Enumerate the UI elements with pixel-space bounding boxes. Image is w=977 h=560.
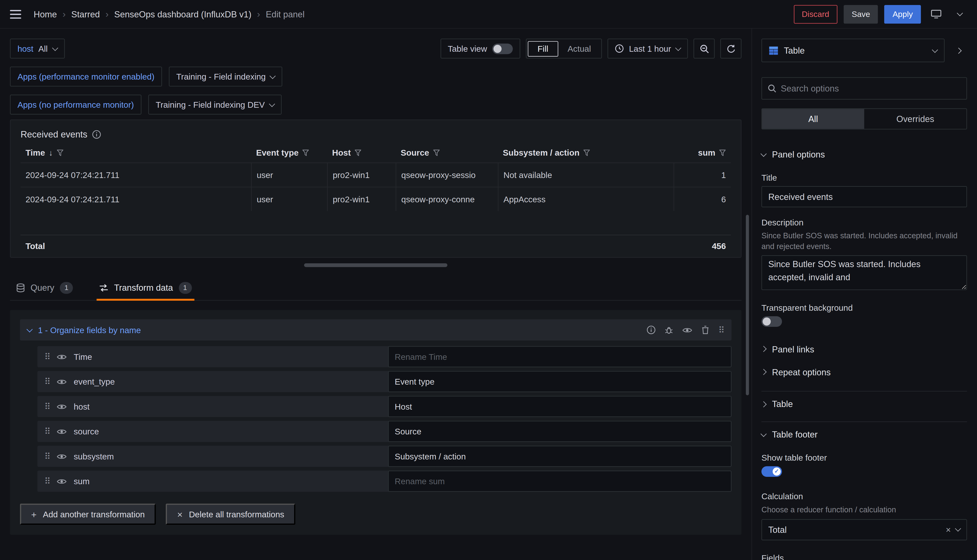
drag-handle-icon[interactable]: ⠿ (44, 352, 50, 361)
dropdown-value: Training - Field indexing DEV (156, 100, 265, 109)
breadcrumb-separator: › (105, 9, 109, 19)
visibility-eye-icon[interactable] (57, 353, 67, 360)
time-range-picker[interactable]: Last 1 hour (608, 38, 688, 58)
table-footer-header[interactable]: Table footer (761, 425, 967, 445)
delete-all-transformations-button[interactable]: × Delete all transformations (166, 503, 296, 525)
panel-title-input[interactable] (761, 186, 967, 207)
apps-no-perf-link[interactable]: Apps (no performance monitor) (10, 95, 141, 115)
drag-handle-icon[interactable]: ⠿ (44, 377, 50, 386)
options-sidebar: Table All Overrides Panel options (751, 28, 977, 560)
cell-time: 2024-09-24 07:24:21.711 (20, 163, 251, 187)
visibility-eye-icon[interactable] (57, 403, 67, 410)
vertical-scrollbar[interactable] (746, 215, 749, 395)
drag-handle-icon[interactable]: ⠿ (44, 477, 50, 486)
tab-transform-data[interactable]: Transform data 1 (97, 275, 194, 300)
clear-icon[interactable]: × (946, 525, 951, 535)
panel-description-textarea[interactable]: Since Butler SOS was started. Includes a… (761, 255, 967, 290)
trash-icon[interactable] (701, 325, 709, 334)
transparent-background-toggle[interactable] (761, 316, 782, 327)
filter-icon[interactable] (719, 149, 726, 156)
show-table-footer-toggle[interactable]: ✓ (761, 467, 782, 477)
visualization-picker[interactable]: Table (761, 38, 945, 62)
variable-host-dropdown[interactable]: host All (10, 38, 65, 58)
tab-query[interactable]: Query 1 (13, 275, 75, 300)
filter-icon[interactable] (303, 149, 309, 156)
visibility-eye-icon[interactable] (57, 428, 67, 435)
panel-received-events: Received events Time ↓ Event type (10, 120, 741, 258)
description-label: Description (761, 218, 967, 227)
rename-input[interactable] (388, 421, 731, 442)
training-field-indexing-dropdown[interactable]: Training - Field indexing (169, 67, 283, 87)
panel-options-header[interactable]: Panel options (761, 144, 967, 165)
search-options-input[interactable] (781, 83, 961, 93)
field-row-subsystem: ⠿ subsystem (37, 446, 731, 467)
visibility-eye-icon[interactable] (57, 453, 67, 460)
zoom-out-button[interactable] (693, 38, 714, 58)
column-header-subsystem[interactable]: Subsystem / action (498, 143, 674, 163)
drag-handle-icon[interactable]: ⠿ (44, 427, 50, 436)
filter-icon[interactable] (355, 149, 361, 156)
horizontal-scrollbar[interactable] (304, 263, 447, 267)
breadcrumb-dashboard[interactable]: SenseOps dashboard (InfluxDB v1) (114, 9, 251, 19)
filter-icon[interactable] (583, 149, 590, 156)
filter-icon[interactable] (57, 149, 64, 156)
discard-button[interactable]: Discard (794, 5, 837, 23)
breadcrumb-separator: › (62, 9, 65, 19)
visibility-eye-icon[interactable] (682, 327, 692, 333)
visibility-eye-icon[interactable] (57, 378, 67, 385)
training-field-indexing-dev-dropdown[interactable]: Training - Field indexing DEV (148, 95, 281, 115)
dashboard-variables: host All Apps (performance monitor enabl… (10, 38, 283, 115)
calculation-select[interactable]: Total × (761, 519, 967, 540)
column-header-host[interactable]: Host (327, 143, 395, 163)
cell-time: 2024-09-24 07:24:21.711 (20, 187, 251, 211)
column-header-sum[interactable]: sum (674, 143, 731, 163)
rename-input[interactable] (388, 346, 731, 367)
info-icon[interactable] (647, 325, 656, 334)
actual-option[interactable]: Actual (558, 42, 600, 56)
rename-input[interactable] (388, 371, 731, 392)
table-view-toggle[interactable] (492, 43, 513, 54)
drag-handle-icon[interactable]: ⠿ (718, 325, 724, 334)
add-transformation-button[interactable]: + Add another transformation (20, 503, 156, 525)
chevron-down-icon (760, 150, 766, 157)
column-header-time[interactable]: Time ↓ (20, 143, 251, 163)
drag-handle-icon[interactable]: ⠿ (44, 452, 50, 461)
rename-input[interactable] (388, 396, 731, 417)
panel-links-section[interactable]: Panel links (761, 337, 967, 360)
repeat-options-section[interactable]: Repeat options (761, 360, 967, 383)
column-header-source[interactable]: Source (396, 143, 498, 163)
panel-header[interactable]: Received events (20, 126, 731, 143)
table-section-header[interactable]: Table (761, 394, 967, 414)
column-header-event-type[interactable]: Event type (251, 143, 327, 163)
tab-label: Transform data (114, 283, 173, 293)
menu-icon[interactable] (10, 6, 26, 22)
rename-input[interactable] (388, 471, 731, 492)
filter-icon[interactable] (433, 149, 440, 156)
rename-input[interactable] (388, 446, 731, 467)
search-icon (768, 84, 776, 93)
link-label: Apps (performance monitor enabled) (17, 72, 154, 81)
visibility-eye-icon[interactable] (57, 478, 67, 485)
calculation-help: Choose a reducer function / calculation (761, 505, 967, 515)
collapse-options-pane-button[interactable] (950, 40, 967, 61)
breadcrumb-home[interactable]: Home (33, 9, 57, 19)
breadcrumb-starred[interactable]: Starred (71, 9, 100, 19)
debug-bug-icon[interactable] (665, 326, 673, 334)
refresh-button[interactable] (720, 38, 741, 58)
tab-overrides[interactable]: Overrides (864, 109, 966, 129)
info-icon[interactable] (92, 130, 101, 139)
tv-view-mode-icon[interactable] (927, 5, 945, 23)
transformation-title[interactable]: 1 - Organize fields by name (38, 325, 141, 335)
apply-button[interactable]: Apply (885, 5, 921, 23)
save-button[interactable]: Save (844, 5, 878, 23)
apps-perf-enabled-link[interactable]: Apps (performance monitor enabled) (10, 67, 162, 87)
tab-all[interactable]: All (762, 109, 864, 129)
fill-option[interactable]: Fill (528, 41, 559, 56)
section-table: Table (761, 391, 967, 414)
chevron-down-icon (955, 525, 961, 532)
transformation-header[interactable]: 1 - Organize fields by name ⠿ (20, 319, 731, 340)
drag-handle-icon[interactable]: ⠿ (44, 402, 50, 411)
field-name: Time (74, 352, 92, 361)
chevron-down-icon (932, 47, 938, 53)
nav-chevron-down-icon[interactable] (951, 5, 968, 23)
